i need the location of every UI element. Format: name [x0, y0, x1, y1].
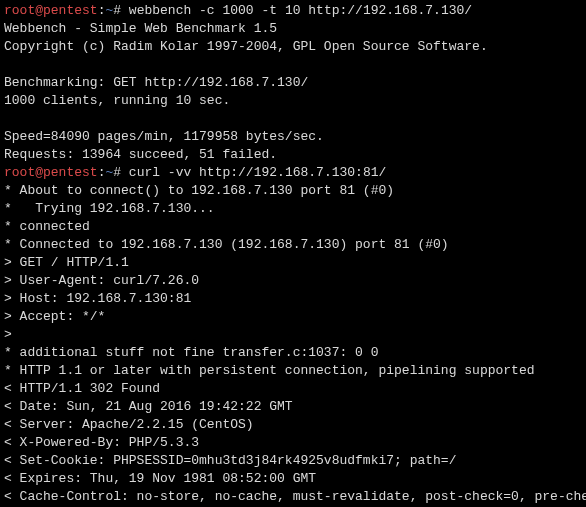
- terminal-line: * Trying 192.168.7.130...: [4, 200, 582, 218]
- terminal-text: Speed=84090 pages/min, 1179958 bytes/sec…: [4, 129, 324, 144]
- terminal-text: < Set-Cookie: PHPSESSID=0mhu3td3j84rk492…: [4, 453, 456, 468]
- terminal-text: > Host: 192.168.7.130:81: [4, 291, 191, 306]
- terminal-text: * additional stuff not fine transfer.c:1…: [4, 345, 378, 360]
- terminal-line: < Cache-Control: no-store, no-cache, mus…: [4, 488, 582, 506]
- terminal-line: * additional stuff not fine transfer.c:1…: [4, 344, 582, 362]
- terminal-text: < HTTP/1.1 302 Found: [4, 381, 160, 396]
- terminal-line: [4, 56, 582, 74]
- terminal-line: < Date: Sun, 21 Aug 2016 19:42:22 GMT: [4, 398, 582, 416]
- terminal-text: Requests: 13964 succeed, 51 failed.: [4, 147, 277, 162]
- terminal-line: * Connected to 192.168.7.130 (192.168.7.…: [4, 236, 582, 254]
- terminal-line: >: [4, 326, 582, 344]
- terminal-line: > Accept: */*: [4, 308, 582, 326]
- terminal-text: * Connected to 192.168.7.130 (192.168.7.…: [4, 237, 449, 252]
- terminal-line: < Server: Apache/2.2.15 (CentOS): [4, 416, 582, 434]
- terminal-line: Speed=84090 pages/min, 1179958 bytes/sec…: [4, 128, 582, 146]
- terminal-text: < Cache-Control: no-store, no-cache, mus…: [4, 489, 586, 504]
- terminal-text: Copyright (c) Radim Kolar 1997-2004, GPL…: [4, 39, 488, 54]
- terminal-text: * connected: [4, 219, 90, 234]
- terminal-line: < HTTP/1.1 302 Found: [4, 380, 582, 398]
- terminal-line: < X-Powered-By: PHP/5.3.3: [4, 434, 582, 452]
- terminal-text: Benchmarking: GET http://192.168.7.130/: [4, 75, 308, 90]
- terminal-text: [4, 111, 12, 126]
- terminal-text: > User-Agent: curl/7.26.0: [4, 273, 199, 288]
- terminal-text: < Expires: Thu, 19 Nov 1981 08:52:00 GMT: [4, 471, 316, 486]
- terminal-line: > User-Agent: curl/7.26.0: [4, 272, 582, 290]
- prompt-user: root@pentest: [4, 3, 98, 18]
- terminal-text: > Accept: */*: [4, 309, 105, 324]
- terminal-line: * HTTP 1.1 or later with persistent conn…: [4, 362, 582, 380]
- terminal-text: 1000 clients, running 10 sec.: [4, 93, 230, 108]
- terminal-line: Benchmarking: GET http://192.168.7.130/: [4, 74, 582, 92]
- terminal-text: # webbench -c 1000 -t 10 http://192.168.…: [113, 3, 472, 18]
- terminal-text: < Date: Sun, 21 Aug 2016 19:42:22 GMT: [4, 399, 293, 414]
- terminal-line: Webbench - Simple Web Benchmark 1.5: [4, 20, 582, 38]
- terminal-line: [4, 110, 582, 128]
- terminal-text: * HTTP 1.1 or later with persistent conn…: [4, 363, 535, 378]
- terminal-text: # curl -vv http://192.168.7.130:81/: [113, 165, 386, 180]
- terminal-line: * connected: [4, 218, 582, 236]
- terminal-text: [4, 57, 12, 72]
- terminal-text: < X-Powered-By: PHP/5.3.3: [4, 435, 199, 450]
- terminal-line: > Host: 192.168.7.130:81: [4, 290, 582, 308]
- terminal-line: Requests: 13964 succeed, 51 failed.: [4, 146, 582, 164]
- terminal-text: > GET / HTTP/1.1: [4, 255, 129, 270]
- terminal-text: * Trying 192.168.7.130...: [4, 201, 215, 216]
- terminal-text: * About to connect() to 192.168.7.130 po…: [4, 183, 394, 198]
- prompt-user: root@pentest: [4, 165, 98, 180]
- terminal-line: < Expires: Thu, 19 Nov 1981 08:52:00 GMT: [4, 470, 582, 488]
- terminal-text: >: [4, 327, 12, 342]
- terminal-output: root@pentest:~# webbench -c 1000 -t 10 h…: [0, 0, 586, 507]
- terminal-line: Copyright (c) Radim Kolar 1997-2004, GPL…: [4, 38, 582, 56]
- terminal-line: 1000 clients, running 10 sec.: [4, 92, 582, 110]
- terminal-line: > GET / HTTP/1.1: [4, 254, 582, 272]
- terminal-line: < Set-Cookie: PHPSESSID=0mhu3td3j84rk492…: [4, 452, 582, 470]
- terminal-text: < Server: Apache/2.2.15 (CentOS): [4, 417, 254, 432]
- terminal-line: root@pentest:~# curl -vv http://192.168.…: [4, 164, 582, 182]
- terminal-line: root@pentest:~# webbench -c 1000 -t 10 h…: [4, 2, 582, 20]
- terminal-text: Webbench - Simple Web Benchmark 1.5: [4, 21, 277, 36]
- terminal-line: * About to connect() to 192.168.7.130 po…: [4, 182, 582, 200]
